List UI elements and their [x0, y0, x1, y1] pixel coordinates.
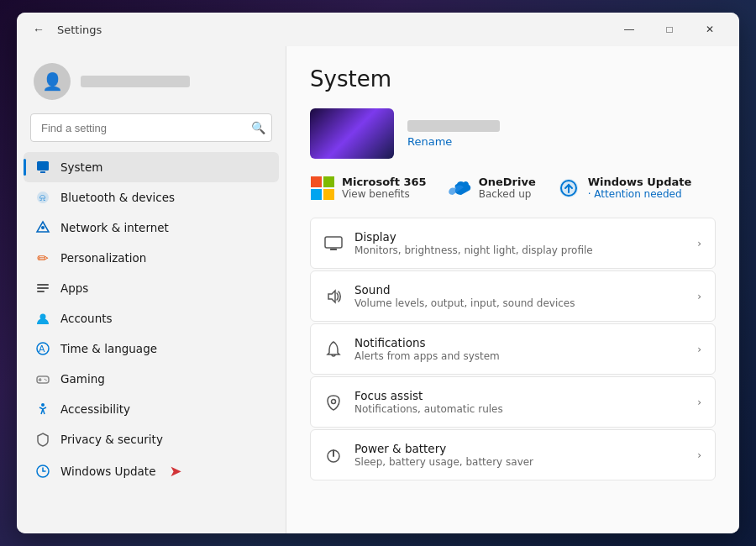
- search-input[interactable]: [30, 113, 272, 142]
- sidebar-item-network[interactable]: Network & internet: [24, 213, 279, 243]
- minimize-button[interactable]: —: [610, 16, 648, 43]
- bluetooth-icon: ⍾: [35, 190, 50, 205]
- notifications-desc: Alerts from apps and system: [354, 350, 685, 362]
- services-row: Microsoft 365 View benefits OneDrive Bac…: [310, 176, 716, 201]
- settings-item-focus[interactable]: Focus assist Notifications, automatic ru…: [310, 376, 716, 428]
- settings-item-notifications[interactable]: Notifications Alerts from apps and syste…: [310, 323, 716, 375]
- settings-item-power[interactable]: Power & battery Sleep, battery usage, ba…: [310, 429, 716, 480]
- svg-point-25: [332, 399, 336, 403]
- sidebar-item-time-label: Time & language: [60, 342, 157, 355]
- microsoft365-sub: View benefits: [342, 188, 427, 200]
- sidebar-item-accounts-label: Accounts: [60, 312, 113, 325]
- power-icon: [324, 446, 343, 465]
- service-microsoft365[interactable]: Microsoft 365 View benefits: [310, 176, 427, 201]
- power-chevron: ›: [697, 449, 701, 461]
- device-name-bar: [407, 120, 500, 132]
- svg-rect-8: [37, 291, 45, 292]
- personalization-icon: ✏: [35, 250, 50, 265]
- sidebar-item-system-label: System: [60, 160, 102, 174]
- search-box: 🔍: [30, 113, 272, 142]
- notifications-chevron: ›: [697, 344, 701, 355]
- svg-point-16: [45, 380, 47, 381]
- sidebar-item-accessibility-label: Accessibility: [60, 402, 130, 416]
- focus-title: Focus assist: [354, 389, 685, 402]
- system-icon: [35, 160, 50, 175]
- window-title: Settings: [57, 24, 102, 36]
- page-title: System: [310, 66, 716, 92]
- sidebar-item-gaming[interactable]: Gaming: [24, 364, 279, 394]
- sidebar-item-apps[interactable]: Apps: [24, 273, 279, 303]
- device-card: Rename: [310, 108, 716, 159]
- maximize-button[interactable]: □: [650, 16, 689, 43]
- privacy-icon: [35, 432, 50, 447]
- window-controls: — □ ✕: [610, 16, 729, 43]
- onedrive-info: OneDrive Backed up: [479, 176, 536, 200]
- user-section: 👤: [24, 56, 279, 113]
- sidebar-item-network-label: Network & internet: [60, 221, 169, 234]
- main-layout: 👤 🔍 System: [17, 46, 739, 533]
- nav-list: System ⍾ Bluetooth & devices: [24, 152, 279, 487]
- sidebar-item-accessibility[interactable]: Accessibility: [24, 394, 279, 424]
- sidebar-item-bluetooth[interactable]: ⍾ Bluetooth & devices: [24, 182, 279, 213]
- svg-rect-7: [37, 287, 49, 289]
- svg-rect-6: [37, 284, 49, 286]
- notifications-icon: [324, 340, 343, 359]
- display-text: Display Monitors, brightness, night ligh…: [354, 230, 685, 256]
- titlebar: ← Settings — □ ✕: [17, 13, 739, 46]
- close-button[interactable]: ✕: [690, 16, 729, 43]
- settings-item-sound[interactable]: Sound Volume levels, output, input, soun…: [310, 270, 716, 322]
- avatar: 👤: [34, 63, 71, 100]
- display-icon: [324, 234, 343, 253]
- svg-rect-14: [39, 380, 42, 381]
- svg-rect-22: [325, 237, 342, 248]
- sidebar: 👤 🔍 System: [17, 46, 286, 533]
- gaming-icon: [35, 371, 50, 386]
- display-title: Display: [354, 230, 685, 244]
- time-icon: A: [35, 341, 50, 356]
- sound-desc: Volume levels, output, input, sound devi…: [354, 297, 685, 309]
- sidebar-item-bluetooth-label: Bluetooth & devices: [60, 191, 175, 204]
- main-panel: System Rename Micros: [286, 46, 739, 533]
- sound-chevron: ›: [697, 291, 701, 302]
- svg-point-5: [41, 226, 45, 229]
- settings-window: ← Settings — □ ✕ 👤 🔍: [17, 13, 739, 533]
- service-windowsupdate[interactable]: Windows Update · Attention needed: [556, 176, 692, 201]
- user-name-bar: [81, 76, 190, 87]
- sidebar-item-personalization[interactable]: ✏ Personalization: [24, 243, 279, 273]
- accounts-icon: [35, 311, 50, 326]
- svg-rect-0: [37, 161, 49, 171]
- accessibility-icon: [35, 402, 50, 417]
- network-icon: [35, 220, 50, 235]
- device-thumbnail: [310, 108, 394, 159]
- settings-item-display[interactable]: Display Monitors, brightness, night ligh…: [310, 218, 716, 269]
- sidebar-item-system[interactable]: System: [24, 152, 279, 182]
- back-button[interactable]: ←: [27, 18, 50, 41]
- notifications-text: Notifications Alerts from apps and syste…: [354, 336, 685, 362]
- sidebar-item-update[interactable]: Windows Update ➤: [24, 454, 279, 487]
- onedrive-name: OneDrive: [479, 176, 536, 188]
- sound-title: Sound: [354, 283, 685, 297]
- display-chevron: ›: [697, 238, 701, 249]
- sidebar-item-time[interactable]: A Time & language: [24, 333, 279, 364]
- power-desc: Sleep, battery usage, battery saver: [354, 456, 685, 468]
- focus-icon: [324, 393, 343, 412]
- settings-list: Display Monitors, brightness, night ligh…: [310, 218, 716, 480]
- service-onedrive[interactable]: OneDrive Backed up: [447, 176, 536, 201]
- sidebar-item-accounts[interactable]: Accounts: [24, 303, 279, 333]
- onedrive-icon: [447, 176, 472, 201]
- onedrive-sub: Backed up: [479, 188, 536, 200]
- sidebar-item-update-label: Windows Update: [60, 465, 155, 478]
- rename-link[interactable]: Rename: [407, 135, 500, 148]
- device-info: Rename: [407, 120, 500, 148]
- windowsupdate-info: Windows Update · Attention needed: [588, 176, 692, 200]
- microsoft365-icon: [310, 176, 335, 201]
- sidebar-item-privacy[interactable]: Privacy & security: [24, 424, 279, 454]
- svg-marker-24: [328, 291, 335, 302]
- sidebar-item-gaming-label: Gaming: [60, 372, 105, 386]
- focus-chevron: ›: [697, 396, 701, 408]
- windowsupdate-icon: [556, 176, 581, 201]
- focus-desc: Notifications, automatic rules: [354, 403, 685, 415]
- sound-icon: [324, 287, 343, 306]
- sidebar-item-privacy-label: Privacy & security: [60, 433, 163, 446]
- sidebar-item-personalization-label: Personalization: [60, 251, 146, 265]
